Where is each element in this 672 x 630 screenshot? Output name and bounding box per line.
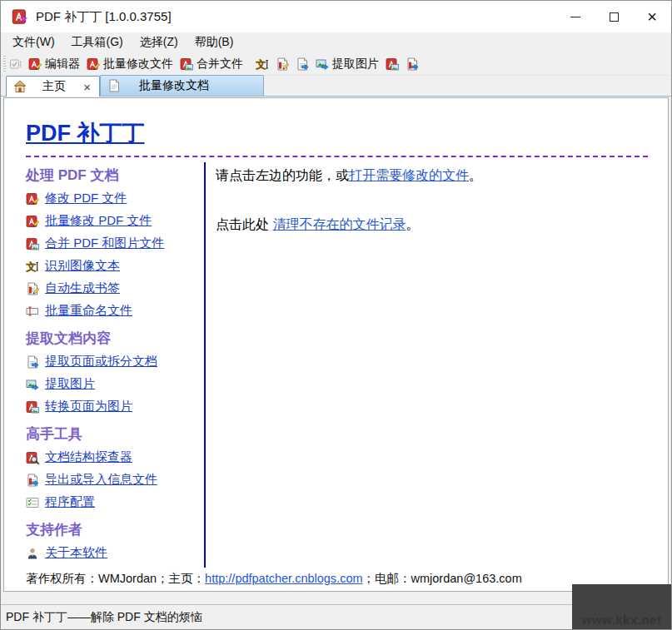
link-ocr[interactable]: 识别图像文本: [26, 258, 204, 274]
section-header-process-pdf: 处理 PDF 文档: [26, 166, 204, 185]
toolbar-extract-page-button[interactable]: [293, 56, 311, 72]
menu-select[interactable]: 选择(Z): [132, 32, 187, 52]
link-batch-edit-pdf[interactable]: 批量修改 PDF 文件: [26, 213, 204, 229]
link-batch-rename[interactable]: 批量重命名文件: [26, 303, 204, 319]
cleanup-records-link[interactable]: 清理不存在的文件记录: [272, 217, 406, 231]
pdf-merge-icon: [26, 237, 39, 251]
render-page-icon: [26, 400, 39, 414]
watermark-overlay: www.kkx.net: [572, 584, 671, 629]
about-icon: [26, 547, 39, 560]
dashed-divider: [26, 156, 648, 157]
tab-close-icon[interactable]: ×: [82, 81, 92, 93]
app-title-link[interactable]: PDF 补丁丁: [26, 118, 145, 148]
pdf-batch-edit-icon: [87, 57, 100, 71]
section-header-extract: 提取文档内容: [26, 329, 204, 348]
welcome-text: 请点击左边的功能，或: [216, 168, 349, 182]
toolbar-grip[interactable]: [3, 56, 6, 72]
cleanup-text-end: 。: [406, 217, 419, 231]
tab-batch-edit[interactable]: 批量修改文档: [100, 75, 264, 96]
link-label: 识别图像文本: [45, 258, 120, 274]
pdf-editor-icon: [26, 192, 39, 206]
link-label: 文档结构探查器: [45, 449, 132, 465]
toolbar-render-page-button[interactable]: [383, 56, 401, 72]
homepage-link[interactable]: http://pdfpatcher.cnblogs.com: [205, 572, 362, 585]
menu-help[interactable]: 帮助(B): [187, 32, 242, 52]
welcome-text-end: 。: [469, 168, 482, 182]
link-render-page[interactable]: 转换页面为图片: [26, 399, 204, 414]
toolbar-extract-image-button[interactable]: 提取图片: [313, 55, 381, 73]
tab-home-label: 主页: [27, 79, 82, 94]
toolbar-checkbox-icon[interactable]: [9, 57, 22, 71]
window-controls: ×: [556, 1, 671, 32]
config-icon: [26, 496, 39, 509]
menu-toolbox[interactable]: 工具箱(G): [63, 32, 132, 52]
maximize-icon: [610, 12, 619, 22]
toolbar-ocr-button[interactable]: [253, 56, 271, 72]
extract-page-icon: [26, 355, 39, 369]
link-info-file[interactable]: 导出或导入信息文件: [26, 472, 204, 488]
toolbar-extract-image-label: 提取图片: [332, 57, 379, 72]
ocr-icon: [26, 260, 39, 273]
link-app-config[interactable]: 程序配置: [26, 494, 204, 510]
app-window: PDF 补丁丁 [1.0.0.3755] × 文件(W) 工具箱(G) 选择(Z…: [0, 0, 672, 630]
home-icon: [13, 80, 27, 93]
link-auto-bookmark[interactable]: 自动生成书签: [26, 280, 204, 296]
open-file-link[interactable]: 打开需要修改的文件: [349, 168, 469, 182]
toolbar-merge-label: 合并文件: [197, 57, 243, 72]
close-button[interactable]: ×: [633, 1, 671, 32]
document-icon: [107, 79, 121, 92]
render-page-icon: [386, 57, 399, 71]
toolbar-batch-edit-label: 批量修改文件: [103, 57, 173, 72]
link-merge-pdf[interactable]: 合并 PDF 和图片文件: [26, 236, 204, 251]
pdf-merge-icon: [180, 57, 193, 71]
extract-image-icon: [316, 57, 329, 71]
status-bar: PDF 补丁丁——解除 PDF 文档的烦恼: [1, 604, 671, 629]
info-file-icon: [406, 57, 419, 71]
window-title: PDF 补丁丁 [1.0.0.3755]: [36, 9, 172, 25]
link-label: 批量修改 PDF 文件: [45, 213, 152, 229]
toolbar-info-file-button[interactable]: [403, 56, 421, 72]
link-label: 关于本软件: [45, 545, 107, 561]
extract-image-icon: [26, 378, 39, 391]
link-label: 自动生成书签: [45, 280, 120, 296]
link-label: 提取图片: [45, 376, 95, 392]
maximize-button[interactable]: [595, 1, 633, 32]
tab-home[interactable]: 主页 ×: [6, 76, 100, 97]
toolbar-editor-label: 编辑器: [45, 57, 80, 72]
link-label: 程序配置: [45, 494, 95, 510]
link-edit-pdf[interactable]: 修改 PDF 文件: [26, 191, 204, 206]
status-text: PDF 补丁丁——解除 PDF 文档的烦恼: [1, 610, 202, 625]
toolbar-bookmark-button[interactable]: [273, 56, 291, 72]
info-file-icon: [26, 474, 39, 487]
content-area: PDF 补丁丁 处理 PDF 文档 修改 PDF 文件 批量修改 PDF 文件: [1, 97, 671, 604]
toolbar-editor-button[interactable]: 编辑器: [26, 55, 82, 73]
copyright-line: 著作权所有：WMJordan；主页：http://pdfpatcher.cnbl…: [26, 571, 648, 587]
app-pdf-star-icon: [12, 8, 28, 25]
bookmark-generator-icon: [26, 282, 39, 295]
watermark-text: www.kkx.net: [572, 613, 671, 627]
link-extract-page[interactable]: 提取页面或拆分文档: [26, 354, 204, 370]
minimize-button[interactable]: [556, 1, 595, 32]
toolbar-batch-edit-button[interactable]: 批量修改文件: [84, 55, 176, 73]
link-structure-inspector[interactable]: 文档结构探查器: [26, 449, 204, 465]
menu-file[interactable]: 文件(W): [4, 32, 63, 52]
menu-bar: 文件(W) 工具箱(G) 选择(Z) 帮助(B): [1, 32, 671, 52]
link-label: 转换页面为图片: [45, 399, 132, 414]
link-label: 合并 PDF 和图片文件: [45, 236, 164, 251]
home-page: PDF 补丁丁 处理 PDF 文档 修改 PDF 文件 批量修改 PDF 文件: [3, 97, 669, 592]
link-about[interactable]: 关于本软件: [26, 545, 204, 561]
link-extract-image[interactable]: 提取图片: [26, 376, 204, 392]
cleanup-text: 点击此处: [216, 217, 272, 231]
pdf-editor-icon: [28, 57, 42, 71]
minimize-icon: [570, 17, 580, 17]
welcome-message: 请点击左边的功能，或打开需要修改的文件。: [216, 166, 648, 185]
link-label: 批量重命名文件: [45, 303, 132, 319]
toolbar-merge-button[interactable]: 合并文件: [177, 55, 246, 73]
section-header-support: 支持作者: [26, 520, 204, 539]
link-label: 修改 PDF 文件: [45, 191, 127, 206]
welcome-pane: 请点击左边的功能，或打开需要修改的文件。 点击此处 清理不存在的文件记录。: [204, 162, 648, 568]
cleanup-message: 点击此处 清理不存在的文件记录。: [216, 215, 648, 234]
ocr-icon: [256, 57, 269, 71]
section-header-advanced: 高手工具: [26, 424, 204, 444]
toolbar: 编辑器 批量修改文件 合并文件 提取图片: [1, 52, 671, 76]
